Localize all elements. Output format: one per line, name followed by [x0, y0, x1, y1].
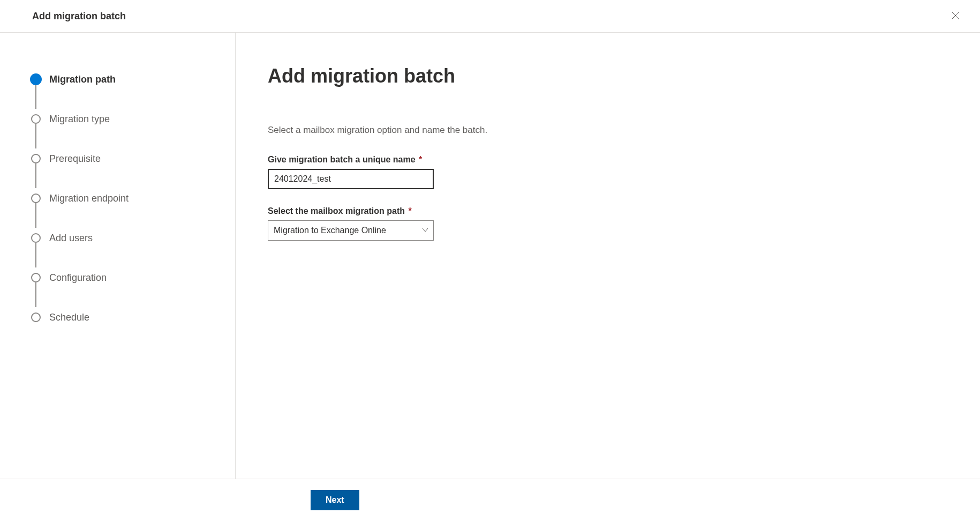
dialog-footer: Next	[0, 479, 980, 521]
step-marker-icon	[31, 233, 41, 243]
step-label: Migration path	[49, 74, 116, 85]
migration-path-select[interactable]: Migration to Exchange Online	[268, 220, 434, 241]
step-marker-icon	[30, 73, 42, 85]
step-add-users[interactable]: Add users	[31, 218, 219, 258]
batch-name-label: Give migration batch a unique name *	[268, 155, 948, 165]
wizard-sidebar: Migration path Migration type Prerequisi…	[0, 33, 236, 479]
dialog-title: Add migration batch	[32, 11, 126, 22]
close-button[interactable]	[947, 8, 964, 25]
step-migration-type[interactable]: Migration type	[31, 99, 219, 139]
step-marker-icon	[31, 114, 41, 124]
batch-name-group: Give migration batch a unique name *	[268, 155, 948, 189]
required-indicator: *	[419, 155, 422, 164]
batch-name-input[interactable]	[268, 169, 434, 189]
step-marker-icon	[31, 154, 41, 163]
step-marker-icon	[31, 273, 41, 282]
step-configuration[interactable]: Configuration	[31, 258, 219, 297]
migration-path-label: Select the mailbox migration path *	[268, 206, 948, 216]
step-marker-icon	[31, 193, 41, 203]
main-content: Add migration batch Select a mailbox mig…	[236, 33, 980, 479]
step-marker-icon	[31, 312, 41, 322]
step-label: Configuration	[49, 272, 107, 284]
step-migration-path[interactable]: Migration path	[31, 59, 219, 99]
step-label: Prerequisite	[49, 153, 101, 165]
page-description: Select a mailbox migration option and na…	[268, 125, 948, 136]
migration-path-group: Select the mailbox migration path * Migr…	[268, 206, 948, 241]
step-label: Migration type	[49, 114, 110, 125]
step-label: Migration endpoint	[49, 193, 129, 204]
next-button[interactable]: Next	[311, 490, 359, 510]
step-label: Add users	[49, 233, 93, 244]
step-migration-endpoint[interactable]: Migration endpoint	[31, 178, 219, 218]
step-schedule[interactable]: Schedule	[31, 297, 219, 337]
close-icon	[951, 11, 960, 21]
page-title: Add migration batch	[268, 65, 948, 87]
step-label: Schedule	[49, 312, 89, 323]
required-indicator: *	[409, 206, 412, 215]
dialog-header: Add migration batch	[0, 0, 980, 33]
step-prerequisite[interactable]: Prerequisite	[31, 139, 219, 178]
